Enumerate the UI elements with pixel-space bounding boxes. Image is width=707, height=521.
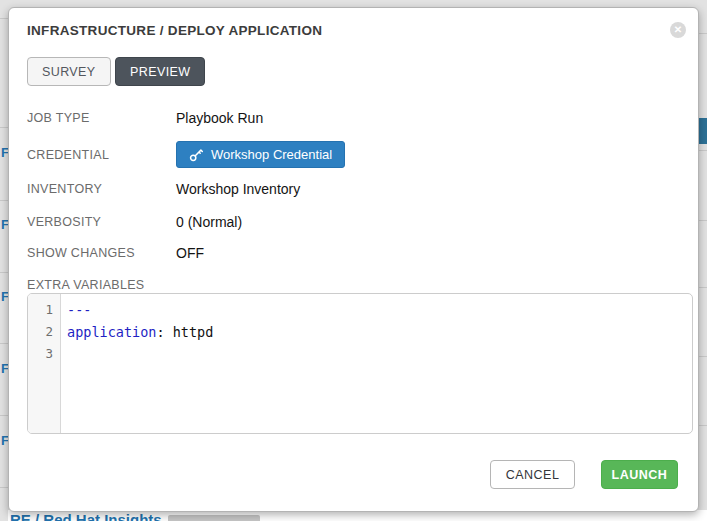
background-text-fragment: F xyxy=(1,145,8,160)
background-divider xyxy=(0,343,8,344)
close-button[interactable]: ✕ xyxy=(670,22,686,38)
close-icon: ✕ xyxy=(674,25,682,35)
yaml-value: : httpd xyxy=(156,324,213,340)
background-divider xyxy=(698,220,707,221)
tab-survey[interactable]: SURVEY xyxy=(27,57,111,86)
line-number: 3 xyxy=(28,343,60,365)
background-divider xyxy=(0,415,8,416)
verbosity-label: VERBOSITY xyxy=(27,215,101,229)
credential-tag[interactable]: Workshop Credential xyxy=(176,141,345,168)
credential-tag-label: Workshop Credential xyxy=(211,147,332,162)
deploy-application-modal: INFRASTRUCTURE / DEPLOY APPLICATION ✕ SU… xyxy=(8,7,699,512)
inventory-value: Workshop Inventory xyxy=(176,181,300,197)
background-divider xyxy=(0,272,8,273)
launch-button[interactable]: LAUNCH xyxy=(601,460,678,489)
background-divider xyxy=(0,127,8,128)
tab-preview[interactable]: PREVIEW xyxy=(115,57,205,86)
extra-variables-editor[interactable]: 1 2 3 --- application: httpd xyxy=(27,293,693,434)
background-divider xyxy=(698,287,707,288)
editor-line-number-gutter: 1 2 3 xyxy=(28,294,61,433)
cancel-button[interactable]: CANCEL xyxy=(490,460,575,489)
background-divider xyxy=(698,425,707,426)
background-text-fragment: F xyxy=(1,361,8,376)
background-text-fragment: F xyxy=(1,217,8,232)
editor-code-area[interactable]: --- application: httpd xyxy=(61,294,213,433)
job-type-value: Playbook Run xyxy=(176,110,263,126)
background-divider xyxy=(0,200,8,201)
background-text-fragment: F xyxy=(1,289,8,304)
background-text-fragment: F xyxy=(1,433,8,448)
code-line: --- xyxy=(67,299,213,321)
background-divider xyxy=(698,356,707,357)
inventory-label: INVENTORY xyxy=(27,182,102,196)
background-divider xyxy=(698,33,707,34)
code-line: application: httpd xyxy=(67,321,213,343)
background-gray-badge xyxy=(168,515,260,521)
extra-variables-label: EXTRA VARIABLES xyxy=(27,278,145,292)
job-type-label: JOB TYPE xyxy=(27,111,90,125)
background-divider xyxy=(0,18,8,19)
modal-title: INFRASTRUCTURE / DEPLOY APPLICATION xyxy=(27,23,322,38)
screen: F F F F F RE / Red Hat Insights INFRASTR… xyxy=(0,0,707,521)
background-left-strip: F F F F F xyxy=(0,0,8,521)
credential-label: CREDENTIAL xyxy=(27,148,109,162)
key-icon xyxy=(189,148,203,162)
yaml-key: application xyxy=(67,324,156,340)
line-number: 1 xyxy=(28,299,60,321)
background-blue-button-sliver xyxy=(698,118,707,144)
background-divider xyxy=(0,487,8,488)
show-changes-label: SHOW CHANGES xyxy=(27,246,135,260)
verbosity-value: 0 (Normal) xyxy=(176,214,242,230)
background-right-strip xyxy=(698,0,707,521)
background-divider xyxy=(698,150,707,151)
show-changes-value: OFF xyxy=(176,245,204,261)
yaml-doc-separator: --- xyxy=(67,302,91,318)
line-number: 2 xyxy=(28,321,60,343)
background-clipped-heading: RE / Red Hat Insights xyxy=(10,511,162,521)
